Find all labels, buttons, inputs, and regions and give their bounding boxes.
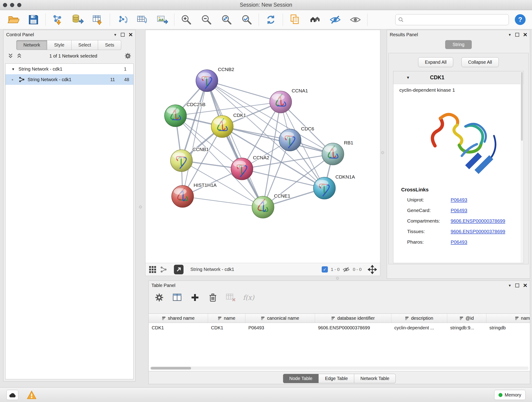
- column-header-namespace[interactable]: namespace: [486, 314, 530, 323]
- close-panel-icon[interactable]: ×: [523, 32, 527, 38]
- import-network-file-button[interactable]: [47, 12, 68, 28]
- open-session-button[interactable]: [3, 12, 23, 28]
- collapse-all-icon[interactable]: [7, 53, 13, 59]
- crosslink-link[interactable]: P06493: [451, 239, 467, 245]
- node-CCNB1[interactable]: [171, 150, 192, 172]
- edge-CCNB2-CCNA1[interactable]: [207, 81, 281, 102]
- delete-column-button[interactable]: [207, 293, 218, 303]
- edge-CDK1-RB1[interactable]: [222, 127, 333, 154]
- collection-disclosure-icon[interactable]: ▼: [12, 67, 15, 71]
- edge-CCNB2-HIST1H1A[interactable]: [183, 81, 207, 196]
- edge-CCNE1-HIST1H1A[interactable]: [183, 196, 263, 207]
- scrollbar-thumb[interactable]: [521, 72, 523, 141]
- column-header-shared-name[interactable]: shared name: [149, 314, 208, 323]
- refresh-view-button[interactable]: [261, 12, 281, 28]
- table-cell[interactable]: CDK1: [208, 325, 245, 331]
- gear-icon[interactable]: [124, 52, 131, 59]
- crosslink-link[interactable]: P06493: [451, 197, 467, 203]
- close-panel-icon[interactable]: ×: [523, 282, 527, 288]
- collapse-all-button[interactable]: Collapse All: [462, 57, 499, 67]
- float-panel-icon[interactable]: [515, 283, 519, 287]
- warning-button[interactable]: [26, 390, 38, 400]
- node-CDKN1A[interactable]: [313, 177, 336, 199]
- import-table-file-button[interactable]: [88, 12, 108, 28]
- table-cell[interactable]: P06493: [245, 325, 315, 331]
- float-panel-icon[interactable]: [515, 33, 519, 37]
- crosslink-link[interactable]: 9606.ENSP00000378699: [451, 229, 505, 234]
- table-cell[interactable]: stringdb:9...: [447, 325, 486, 331]
- tab-network[interactable]: Network: [16, 40, 47, 50]
- tab-sets[interactable]: Sets: [98, 40, 121, 50]
- tab-style[interactable]: Style: [47, 40, 71, 50]
- column-header-name[interactable]: name: [208, 314, 245, 323]
- edge-CCNA2-CDKN1A[interactable]: [242, 169, 324, 188]
- network-canvas[interactable]: CCNB2CCNA1CDC25BCDK1CDC6RB1CCNB1CCNA2CDK…: [146, 30, 380, 263]
- column-header--id[interactable]: @id: [447, 314, 486, 323]
- save-session-button[interactable]: [23, 12, 44, 28]
- cloud-button[interactable]: [6, 390, 18, 400]
- grid-view-icon[interactable]: [149, 266, 157, 274]
- network-row-selected[interactable]: ● String Network - cdk1 11 48: [6, 74, 133, 85]
- bottom-splitter-grip[interactable]: [336, 277, 339, 280]
- selection-checkbox-icon[interactable]: ✓: [322, 266, 328, 273]
- export-image-button[interactable]: [152, 12, 172, 28]
- node-CCNA2[interactable]: [231, 158, 253, 180]
- network-collection-row[interactable]: ▼ String Network - cdk1 1: [6, 64, 133, 74]
- search-input[interactable]: [405, 15, 506, 24]
- new-network-button[interactable]: [112, 12, 132, 28]
- import-network-database-button[interactable]: [68, 12, 88, 28]
- column-header-database-identifier[interactable]: database identifier: [315, 314, 391, 323]
- node-CDK1[interactable]: [211, 115, 233, 138]
- panel-menu-icon[interactable]: ▼: [114, 33, 117, 37]
- tab-string[interactable]: String: [445, 40, 472, 49]
- tab-node-table[interactable]: Node Table: [283, 374, 319, 383]
- node-CCNE1[interactable]: [252, 196, 274, 218]
- node-CCNA1[interactable]: [270, 91, 292, 113]
- tab-edge-table[interactable]: Edge Table: [319, 374, 354, 383]
- float-panel-icon[interactable]: [121, 33, 125, 37]
- panel-menu-icon[interactable]: ▼: [508, 283, 512, 287]
- node-CCNB2[interactable]: [196, 70, 218, 92]
- crosslink-link[interactable]: P06493: [451, 208, 467, 213]
- network-share-icon[interactable]: [160, 266, 167, 273]
- edge-CCNB2-CCNE1[interactable]: [207, 81, 263, 207]
- table-cell[interactable]: 9606.ENSP00000378699: [315, 325, 391, 331]
- results-scrollbar[interactable]: [520, 71, 523, 263]
- show-all-button[interactable]: [345, 12, 365, 28]
- column-header-canonical-name[interactable]: canonical name: [245, 314, 315, 323]
- left-splitter-grip[interactable]: [139, 206, 142, 208]
- node-CDC6[interactable]: [279, 129, 301, 151]
- function-builder-button[interactable]: f(x): [243, 294, 254, 301]
- panel-menu-icon[interactable]: ▼: [508, 33, 512, 37]
- add-column-button[interactable]: [190, 293, 201, 302]
- show-columns-button[interactable]: [172, 292, 183, 303]
- zoom-out-button[interactable]: [196, 12, 216, 28]
- hide-unselected-button[interactable]: [325, 12, 345, 28]
- home-button[interactable]: [305, 12, 325, 28]
- gene-section-header[interactable]: ▼ CDK1: [393, 71, 524, 84]
- new-table-button[interactable]: [132, 12, 152, 28]
- table-cell[interactable]: cyclin-dependent ...: [391, 325, 447, 331]
- right-splitter-grip[interactable]: [381, 151, 384, 154]
- tab-select[interactable]: Select: [71, 40, 98, 50]
- table-cell[interactable]: stringdb: [486, 325, 530, 331]
- close-panel-icon[interactable]: ×: [128, 32, 133, 38]
- delete-table-button[interactable]: [225, 292, 236, 303]
- scrollbar-thumb[interactable]: [151, 367, 191, 370]
- crosslink-link[interactable]: 9606.ENSP00000378699: [451, 218, 505, 224]
- table-row[interactable]: CDK1CDK1P064939606.ENSP00000378699cyclin…: [149, 323, 530, 332]
- zoom-in-button[interactable]: [176, 12, 196, 28]
- gene-disclosure-icon[interactable]: ▼: [406, 76, 410, 80]
- table-settings-button[interactable]: [154, 293, 165, 302]
- hidden-eye-slash-icon[interactable]: [342, 266, 350, 273]
- copy-button[interactable]: [285, 12, 305, 28]
- node-HIST1H1A[interactable]: [172, 185, 194, 207]
- node-RB1[interactable]: [322, 143, 344, 165]
- node-CDC25B[interactable]: [165, 105, 186, 127]
- expand-all-button[interactable]: Expand All: [418, 57, 453, 67]
- tab-network-table[interactable]: Network Table: [354, 374, 396, 383]
- memory-button[interactable]: Memory: [494, 390, 526, 400]
- table-horizontal-scrollbar[interactable]: [150, 366, 529, 370]
- expand-all-icon[interactable]: [16, 53, 22, 59]
- column-header-description[interactable]: description: [391, 314, 447, 323]
